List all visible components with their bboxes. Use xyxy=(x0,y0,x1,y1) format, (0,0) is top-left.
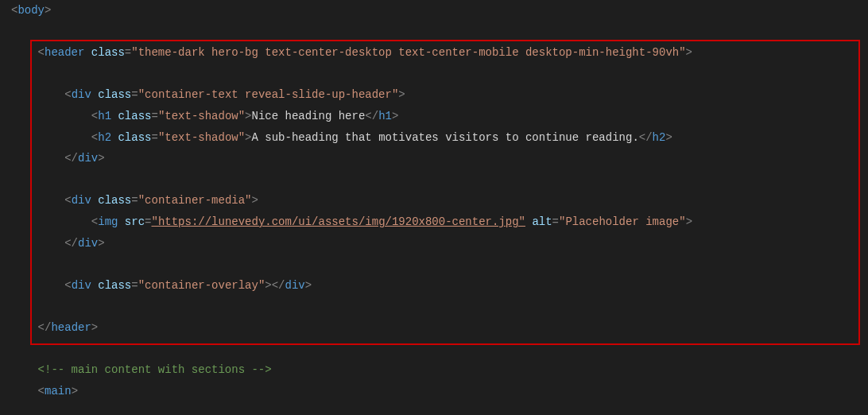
code-line: <h1 class="text-shadow">Nice heading her… xyxy=(11,106,857,127)
code-line: </div> xyxy=(11,148,857,169)
code-line: <!-- main content with sections --> xyxy=(11,359,857,381)
code-line: </div> xyxy=(11,233,857,254)
code-line: <main> xyxy=(11,381,857,402)
code-line: </header> xyxy=(11,317,857,339)
code-line xyxy=(11,296,857,317)
code-line: <div class="container-overlay"></div> xyxy=(11,275,857,297)
code-line xyxy=(11,339,857,360)
code-line xyxy=(11,401,857,415)
code-editor[interactable]: <body> <header class="theme-dark hero-bg… xyxy=(0,0,868,415)
code-line: <header class="theme-dark hero-bg text-c… xyxy=(11,42,857,64)
code-line xyxy=(11,254,857,275)
code-line: <h2 class="text-shadow">A sub-heading th… xyxy=(11,127,857,149)
code-line: <div class="container-media"> xyxy=(11,190,857,211)
code-line xyxy=(11,169,857,191)
code-line xyxy=(11,21,857,43)
code-line xyxy=(11,64,857,85)
code-line: <body> xyxy=(11,0,857,21)
code-line: <img src="https://lunevedy.com/ui/assets… xyxy=(11,211,857,233)
code-line: <div class="container-text reveal-slide-… xyxy=(11,84,857,106)
